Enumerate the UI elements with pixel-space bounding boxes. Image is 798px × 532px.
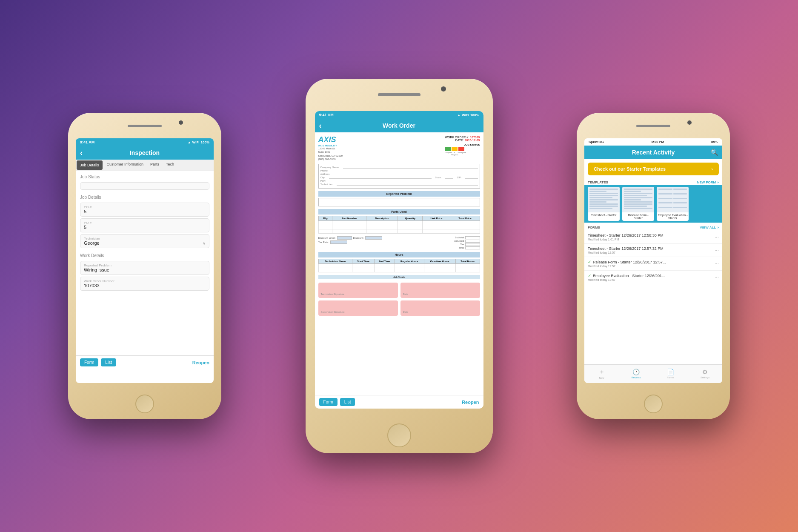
wo-header: AXIS AXIS MOBILITY 12345 Main St. Suite … (318, 136, 480, 161)
center-battery-text: 100% (470, 113, 479, 117)
center-back-button[interactable]: ‹ (319, 121, 322, 130)
tab-new[interactable]: ＋ New (584, 368, 619, 380)
right-phone-screen: Sprint 3G 1:11 PM 89% Recent Activity 🔍 … (584, 138, 722, 383)
form-item-1[interactable]: Timesheet - Starter 12/26/2017 12:57:32 … (584, 244, 722, 257)
po2-field[interactable]: PO # 5 (80, 218, 209, 232)
wo-logo: AXIS (318, 136, 343, 143)
right-time: 1:11 PM (651, 140, 664, 144)
status-incomplete-dot (458, 147, 464, 151)
tax-rate-box (330, 240, 347, 244)
left-list-button[interactable]: List (101, 358, 116, 366)
center-reopen-button[interactable]: Reopen (462, 400, 479, 405)
new-icon: ＋ (599, 368, 605, 376)
template-cards-container: Timesheet - Starter (584, 185, 722, 223)
form-item-0-sub: Modified today 1:01 PM (588, 238, 715, 241)
starter-templates-button[interactable]: Check out our Starter Templates › (588, 163, 719, 175)
left-nav-bar: ‹ Inspection (76, 146, 214, 160)
po1-field[interactable]: PO # 5 (80, 203, 209, 217)
tab-job-details[interactable]: Job Details (77, 160, 103, 170)
wo-discount-section: Discount Level: Discount: Tax Rate: Sub (318, 236, 480, 249)
right-nav-bar: Recent Activity 🔍 (584, 146, 722, 159)
tab-recents[interactable]: 🕐 Recents (619, 369, 653, 380)
wo-date: 2015-12-29 (465, 139, 480, 142)
template-card-timesheet-img (588, 187, 620, 212)
right-carrier: Sprint 3G (589, 140, 604, 144)
work-order-content: AXIS AXIS MOBILITY 12345 Main St. Suite … (315, 132, 483, 404)
tab-tech[interactable]: Tech (163, 160, 177, 171)
center-phone-home[interactable] (387, 423, 411, 447)
center-list-button[interactable]: List (340, 398, 355, 404)
tab-forms[interactable]: 📄 Forms (653, 369, 688, 380)
form-item-3[interactable]: ✓ Employee Evaluation - Starter 12/26/20… (584, 271, 722, 284)
tab-settings[interactable]: ⚙ Settings (688, 369, 722, 380)
left-wifi-icon: WiFi (192, 140, 200, 144)
form-item-2-sub: Modified today 12:57 (588, 265, 715, 268)
wo-info-right: WORK ORDER #: 107039 DATE: 2015-12-29 JO… (445, 136, 480, 161)
technician-field[interactable]: Technician George ∨ (80, 234, 209, 248)
check-icon-3: ✓ (588, 273, 591, 278)
left-signal-icon: ▲ (188, 140, 191, 144)
tab-parts[interactable]: Parts (147, 160, 163, 171)
po2-label: PO # (84, 221, 206, 225)
wo-number-row: WORK ORDER #: 107039 (445, 136, 480, 139)
left-phone-home[interactable] (135, 395, 154, 413)
parts-col-total: Total Price (450, 216, 480, 220)
parts-col-partnum: Part Number (332, 216, 366, 220)
left-content: Job Status Job Details PO # 5 PO # 5 Tec… (76, 171, 214, 369)
wo-number: 107039 (470, 136, 480, 139)
left-back-button[interactable]: ‹ (80, 149, 83, 157)
more-icon-2[interactable]: ··· (715, 260, 719, 266)
hours-col-tech: Technician Name (318, 259, 352, 263)
wo-hours-header: Hours (318, 252, 480, 257)
hours-row-1 (318, 263, 480, 268)
form-item-1-sub: Modified today 12:57 (588, 251, 715, 254)
new-form-button[interactable]: NEW FORM > (697, 180, 719, 184)
view-all-button[interactable]: VIEW ALL > (700, 226, 719, 229)
reported-problem-field[interactable]: Reported Problem Wiring issue (80, 261, 209, 275)
wo-status-label: JOB STATUS (445, 143, 480, 146)
settings-icon: ⚙ (702, 369, 708, 375)
left-status-bar: 9:41 AM ▲ WiFi 100% (76, 138, 214, 146)
form-item-0[interactable]: Timesheet - Starter 12/26/2017 12:58:30 … (584, 231, 722, 244)
parts-col-desc: Description (366, 216, 398, 220)
center-time: 9:41 AM (319, 113, 334, 117)
work-order-number-label: Work Order Number (84, 279, 206, 283)
wo-reported-field (318, 198, 480, 206)
search-icon[interactable]: 🔍 (711, 149, 718, 156)
po1-value: 5 (84, 209, 206, 214)
form-item-2-left: ✓ Release Form - Starter 12/26/2017 12:5… (588, 260, 715, 268)
center-status-bar: 9:41 AM ▲ WiFi 100% (315, 111, 483, 119)
right-bottom-tabs: ＋ New 🕐 Recents 📄 Forms ⚙ Settings (584, 364, 722, 383)
job-totals-row: Job Totals (318, 275, 480, 279)
hours-col-total: Total Hours (455, 259, 480, 263)
center-phone: 9:41 AM ▲ WiFi 100% ‹ Work Order AXIS (306, 79, 493, 453)
template-card-evaluation[interactable]: Employee Evaluation - Starter (657, 187, 689, 221)
left-reopen-button[interactable]: Reopen (192, 360, 209, 365)
wo-address: 12345 Main St. Suite 1302 San Diego, CA … (318, 147, 343, 161)
more-icon-3[interactable]: ··· (715, 273, 719, 280)
left-status-icons: ▲ WiFi 100% (188, 140, 209, 144)
template-card-release[interactable]: Release Form - Starter (622, 187, 654, 221)
hours-col-end: End Time (374, 259, 395, 263)
hours-col-start: Start Time (352, 259, 375, 263)
wo-subtotals: Subtotal Adjusted Tax Total (454, 236, 480, 249)
sig-date-1: Date (400, 283, 480, 298)
template-card-timesheet[interactable]: Timesheet - Starter (588, 187, 620, 221)
form-item-2[interactable]: ✓ Release Form - Starter 12/26/2017 12:5… (584, 257, 722, 271)
status-inprogress-dot (452, 147, 458, 151)
technician-value: George ∨ (84, 240, 206, 246)
more-icon-0[interactable]: ··· (715, 233, 719, 240)
right-battery-text: 89% (711, 140, 718, 144)
center-form-button[interactable]: Form (319, 398, 338, 404)
work-order-number-field[interactable]: Work Order Number 107033 (80, 277, 209, 291)
po1-label: PO # (84, 205, 206, 209)
right-phone-camera (687, 120, 692, 125)
po2-value: 5 (84, 225, 206, 230)
left-form-button[interactable]: Form (80, 358, 98, 366)
more-icon-1[interactable]: ··· (715, 246, 719, 253)
tab-customer-info[interactable]: Customer Information (103, 160, 147, 171)
form-item-1-title: Timesheet - Starter 12/26/2017 12:57:32 … (588, 246, 715, 251)
right-phone-home[interactable] (644, 395, 663, 413)
center-phone-screen: 9:41 AM ▲ WiFi 100% ‹ Work Order AXIS (315, 111, 483, 409)
form-item-1-left: Timesheet - Starter 12/26/2017 12:57:32 … (588, 246, 715, 254)
